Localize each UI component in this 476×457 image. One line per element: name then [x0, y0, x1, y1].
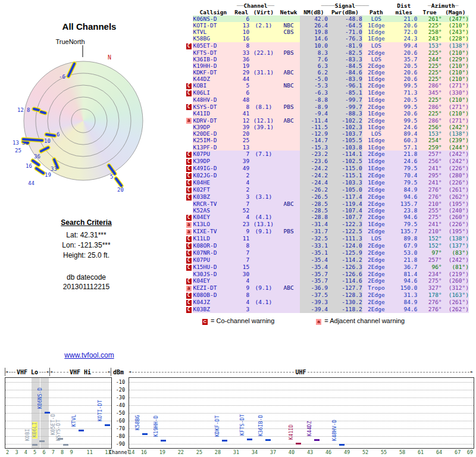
channel-tick-label: 22	[178, 449, 184, 455]
station-label: KFTS-DT	[240, 414, 245, 437]
channel-tick-label: 7	[52, 449, 55, 455]
dbm-tick-label: -10	[108, 379, 125, 385]
co-channel-legend: C= Co-channel warning	[202, 317, 274, 325]
svg-text:36: 36	[34, 154, 40, 159]
warning-badge: C	[186, 278, 192, 284]
warning-badge: C	[186, 293, 192, 299]
table-row: KDKF-DT29(31.1)ABC6.2-84.62Edge20.6225°(…	[184, 69, 469, 76]
signal-bar	[222, 440, 227, 442]
arrow-right-icon	[471, 370, 473, 374]
adjacent-channel-legend: a= Adjacent channel warning	[316, 317, 405, 325]
channel-tick-label: 52	[362, 449, 368, 455]
uhf-plot-area: K58BGK19HH-DKDKF-DTKFTS-DTK36IB-DK41IDK4…	[129, 377, 474, 449]
station-label: KOTI-DT	[98, 400, 103, 422]
vhf-hi-band-header: VHF Hi	[50, 368, 111, 376]
table-row: CK08OB-D8-37.5-128.32Edge31.3178°(163°)	[184, 292, 469, 299]
warning-badge: C	[186, 166, 192, 172]
table-row: CK07PU7(7.1)-23.2-114.12Edge21.8257°(242…	[184, 151, 469, 158]
signal-bar	[247, 439, 252, 440]
table-row: K44DZ44-5.0-83.91Edge20.6225°(210°)	[184, 76, 469, 82]
warning-badge: C	[186, 307, 192, 313]
svg-text:19: 19	[45, 172, 51, 178]
arrow-left-icon	[5, 370, 8, 374]
channel-tick-label: 28	[215, 449, 221, 455]
arrow-left-icon	[129, 370, 131, 374]
warning-badge: C	[186, 180, 192, 186]
station-label: KSYS-DT	[56, 420, 61, 443]
col-header-nm: NM(dB)	[300, 9, 328, 15]
svg-text:33: 33	[51, 166, 57, 172]
datecode-label: db datecode	[0, 273, 173, 282]
dbm-scale: -10-20-30-40-50-60-70-80-90	[109, 377, 126, 447]
col-header-netwk: Netwk	[278, 9, 300, 15]
dbm-axis-label: dBm	[111, 368, 126, 376]
station-label: K19HH-D	[154, 415, 159, 438]
station-label: K58BG	[135, 415, 140, 432]
signal-bar	[161, 440, 166, 442]
warning-badge: C	[186, 251, 192, 256]
table-row: K30JS-D30-35.7-126.62Edge81.4234°(219°)	[184, 271, 469, 277]
table-row: K39DP39(39.1)-11.5-102.31Edge24.6256°(24…	[184, 124, 469, 130]
warning-badge: C	[186, 83, 192, 89]
warning-badge: C	[186, 43, 192, 49]
datecode-value: 201301112215	[0, 282, 173, 292]
tvfool-link[interactable]: www.tvfool.com	[0, 351, 178, 359]
warning-badge: C	[186, 265, 192, 271]
table-row: CK03BZ3-39.4-118.22Edge94.6276°(262°)	[184, 306, 469, 313]
table-row: CKSYS-DT8(8.1)PBS-8.9-99.72Edge99.5286°(…	[184, 103, 469, 110]
channel-tick-label: 19	[159, 449, 165, 455]
channel-tick-label: 49	[344, 449, 350, 455]
svg-text:13: 13	[12, 140, 19, 146]
table-row: CK49IG-D49-24.2-115.01Edge79.5241°(226°)	[184, 165, 469, 172]
warning-badge: C	[186, 159, 192, 165]
svg-text:5: 5	[110, 174, 113, 180]
channel-tick-label: 6	[42, 449, 45, 455]
signal-bar	[32, 444, 37, 446]
channel-tick-label: 11	[87, 449, 93, 455]
table-row: CK15HU-D15-35.4-126.32Edge36.796°(81°)	[184, 264, 469, 271]
station-label: K06NS-D	[37, 388, 43, 411]
search-criteria-title: Search Criteria	[0, 218, 173, 228]
warning-legend: C= Co-channel warning a= Adjacent channe…	[184, 317, 474, 325]
table-row: CK03BZ3(3.1)-26.5-117.42Edge94.6276°(262…	[184, 193, 469, 201]
table-row: CK07PU7-35.4-114.22Edge21.8257°(242°)	[184, 256, 469, 264]
azimuth-group-header: ─Azimuth─	[417, 2, 469, 9]
channel-tick-label: 58	[399, 449, 405, 455]
station-label: KTVL	[71, 414, 77, 427]
table-row: K48HV-D48-8.8-99.71Edge20.5225°(210°)	[184, 96, 469, 103]
col-header-true: True	[417, 9, 441, 15]
dbm-tick-label: -40	[108, 402, 125, 408]
warning-badge: a	[186, 222, 192, 228]
vhf-lo-band-header: VHF Lo	[5, 368, 50, 376]
table-row: KTVL10CBS19.8-71.01Edge72.0258°(243°)	[184, 29, 469, 35]
dbm-tick-label: -50	[108, 410, 125, 416]
col-header-real: Real	[233, 9, 249, 15]
warning-badge: C	[186, 187, 192, 193]
warning-badge: a	[186, 229, 192, 235]
table-row: CK04EY4-35.7-114.62Edge94.6275°(260°)	[184, 277, 469, 284]
polar-chart-title: All Channels	[0, 21, 178, 32]
signal-bar	[314, 439, 320, 441]
warning-badge: C	[186, 236, 192, 242]
warning-badge: a	[186, 118, 192, 124]
table-row: CK06LI6-6.3-85.11Edge71.3345°(330°)	[184, 89, 469, 96]
channel-tick-label: 31	[233, 449, 239, 455]
svg-text:44: 44	[28, 180, 35, 186]
latitude-value: Lat: 42.31***	[0, 230, 173, 240]
svg-text:10: 10	[44, 138, 51, 144]
table-row: K52AS52-28.5-107.42Edge23.8255°(240°)	[184, 207, 469, 214]
channel-tick-label: 4	[24, 449, 27, 455]
left-panel: All Channels TrueNorth N-612813302510636…	[0, 0, 178, 366]
table-row: K06NS-D642.0-48.8LOS21.0261°(247°)	[184, 15, 469, 22]
table-row: CK02JG-D2-24.2-115.12Edge70.4295°(280°)	[184, 172, 469, 179]
vhf-channel-ticks: 234567891113	[5, 449, 111, 456]
warning-badge: C	[186, 173, 192, 179]
col-header-virt: (Virt)	[249, 9, 277, 15]
channel-group-header: ──Channel──	[233, 2, 277, 9]
channel-axis-label: Channel	[109, 449, 128, 455]
signal-table-panel: ──Channel── ────Signal──── Dist ─Azimuth…	[184, 2, 474, 325]
dbm-tick-label: -80	[108, 433, 125, 439]
channel-tick-label: 2	[6, 449, 9, 455]
dbm-tick-label: -20	[108, 387, 125, 393]
svg-text:25: 25	[15, 148, 21, 154]
